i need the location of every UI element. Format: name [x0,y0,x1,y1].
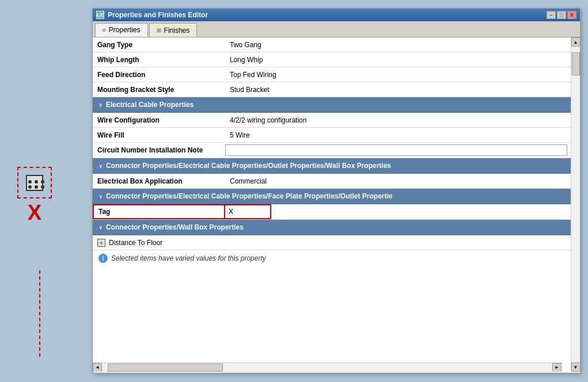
distance-to-floor-label: Distance To Floor [109,239,162,247]
wire-config-label: Wire Configuration [93,113,225,127]
section-connector-wall[interactable]: ∨ Connector Properties/Electrical Cable … [93,158,571,174]
scroll-thumb-v[interactable] [572,52,580,75]
expand-icon[interactable]: + [97,239,105,247]
tab-properties[interactable]: ≡ Properties [95,23,148,37]
info-icon: i [98,254,108,263]
electrical-box-row: Electrical Box Application Commercial [93,174,571,189]
section-connector-faceplate-label: Connector Properties/Electrical Cable Pr… [106,192,393,200]
info-text: Selected items have varied values for th… [111,254,266,262]
tab-finishes-label: Finishes [164,26,190,35]
gang-type-label: Gang Type [93,37,225,52]
distance-to-floor-row: + Distance To Floor [93,235,571,250]
scroll-thumb-h[interactable] [108,364,223,372]
feed-direction-row: Feed Direction Top Fed Wiring [93,67,571,82]
close-button[interactable]: X [567,11,576,19]
main-content: Gang Type Two Gang Whip Length Long Whip… [93,37,571,372]
scroll-right-button[interactable]: ► [552,363,562,372]
tag-value: X [225,204,271,219]
horizontal-scrollbar[interactable]: ◄ ► [93,362,562,372]
section-connector-wallbox-label: Connector Properties/Wall Box Properties [106,223,244,231]
whip-length-row: Whip Length Long Whip [93,52,571,67]
tag-rest-area [271,204,571,219]
dashed-line [39,270,40,357]
info-row: i Selected items have varied values for … [93,250,571,266]
finishes-tab-icon: ⊞ [157,27,161,33]
wire-fill-value: 5 Wire [225,128,571,142]
tab-properties-label: Properties [109,26,141,34]
section-connector-faceplate[interactable]: ∨ Connector Properties/Electrical Cable … [93,189,571,204]
scroll-up-button[interactable]: ▲ [571,37,581,47]
app-icon: CE [96,11,104,19]
circuit-number-row: Circuit Number Installation Note [93,143,571,158]
whip-length-label: Whip Length [93,52,225,67]
properties-tab-icon: ≡ [103,27,106,33]
gang-type-row: Gang Type Two Gang [93,37,571,52]
wire-fill-label: Wire Fill [93,128,225,142]
scroll-track-h [102,363,552,372]
scroll-down-button[interactable]: ▼ [571,362,581,372]
wire-config-row: Wire Configuration 4/2/2 wiring configur… [93,113,571,128]
dot [28,180,32,184]
tab-finishes[interactable]: ⊞ Finishes [149,23,198,37]
chevron-down-icon: ∨ [98,102,103,108]
main-window: CE Properties and Finishes Editor – □ X … [92,8,581,373]
circuit-number-input[interactable] [225,144,567,156]
dot [35,180,38,184]
chevron-down-icon-2: ∨ [98,163,103,169]
title-bar-buttons: – □ X [547,11,576,19]
mounting-bracket-value: Stud Bracket [225,82,571,97]
tag-label: Tag [93,204,225,219]
section-electrical-cable[interactable]: ∨ Electrical Cable Properties [93,97,571,113]
vertical-scrollbar[interactable]: ▲ ▼ [571,37,580,372]
wire-config-value: 4/2/2 wiring configuration [225,113,571,127]
dots-grid [28,180,45,189]
chevron-down-icon-4: ∨ [98,224,103,231]
title-bar-left: CE Properties and Finishes Editor [96,11,208,19]
dot [41,185,44,189]
whip-length-value: Long Whip [225,52,571,67]
section-connector-wallbox[interactable]: ∨ Connector Properties/Wall Box Properti… [93,220,571,235]
circuit-number-label: Circuit Number Installation Note [93,143,225,157]
scroll-track-v [571,47,581,362]
tab-bar: ≡ Properties ⊞ Finishes [93,21,580,37]
content-area: Gang Type Two Gang Whip Length Long Whip… [93,37,580,372]
dot [35,185,38,189]
window-title: Properties and Finishes Editor [108,11,208,19]
scroll-left-button[interactable]: ◄ [93,363,102,372]
feed-direction-label: Feed Direction [93,67,225,82]
section-connector-wall-label: Connector Properties/Electrical Cable Pr… [106,162,391,170]
inner-box [26,175,43,191]
x-mark: X [28,201,41,225]
dashed-box-icon [17,167,52,198]
dot [28,185,32,189]
electrical-box-label: Electrical Box Application [93,174,225,188]
mounting-bracket-label: Mounting Bracket Style [93,82,225,97]
wire-fill-row: Wire Fill 5 Wire [93,128,571,143]
left-icon-area: X [17,167,52,225]
restore-button[interactable]: □ [557,11,566,19]
minimize-button[interactable]: – [547,11,556,19]
feed-direction-value: Top Fed Wiring [225,67,571,82]
dot [41,180,44,184]
electrical-box-value: Commercial [225,174,571,188]
tag-row: Tag X [93,204,571,220]
chevron-down-icon-3: ∨ [98,193,103,200]
mounting-bracket-row: Mounting Bracket Style Stud Bracket [93,82,571,97]
gang-type-value: Two Gang [225,37,571,52]
title-bar: CE Properties and Finishes Editor – □ X [93,9,580,21]
section-electrical-cable-label: Electrical Cable Properties [106,101,194,109]
